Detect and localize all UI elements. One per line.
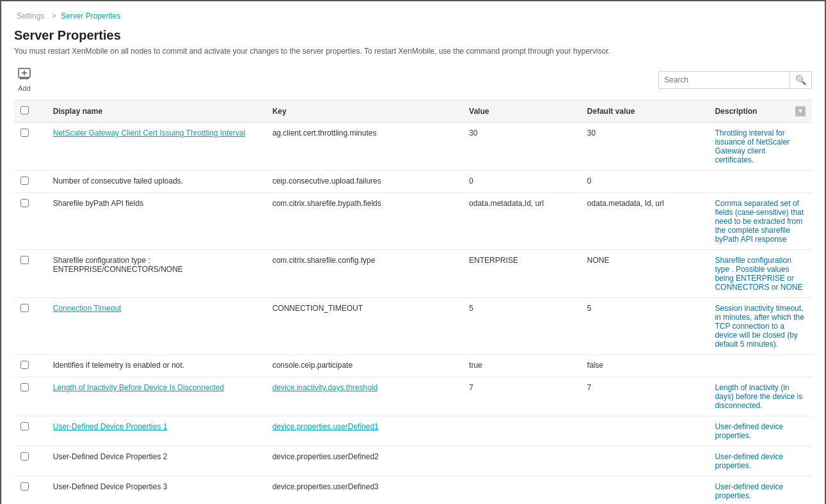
key-value: com.citrix.sharefile.bypath.fields	[273, 199, 381, 208]
default-value-cell: 7	[581, 377, 709, 416]
display-name: Sharefile byPath API fields	[53, 199, 143, 208]
row-checkbox[interactable]	[20, 304, 29, 312]
table-row: Identifies if telemetry is enabled or no…	[14, 355, 812, 377]
table-row: Number of consecutive failed uploads.cei…	[14, 171, 812, 193]
default-value-cell: NONE	[581, 250, 709, 298]
key-value: device.properties.userDefined3	[273, 482, 379, 491]
display-name: Identifies if telemetry is enabled or no…	[53, 361, 184, 370]
default-value-cell: 30	[581, 123, 709, 171]
add-button[interactable]: Add	[14, 65, 35, 95]
description-cell: Throttling interval for issuance of NetS…	[708, 123, 812, 171]
row-checkbox[interactable]	[20, 452, 29, 461]
key-value: ag.client.cert.throttling.minutes	[273, 129, 377, 138]
key-value: device.properties.userDefined2	[273, 452, 379, 461]
description-text: Sharefile configuration type . Possible …	[715, 256, 802, 292]
row-checkbox[interactable]	[20, 383, 29, 391]
search-input[interactable]	[659, 72, 790, 88]
description-cell	[708, 355, 812, 377]
breadcrumb-parent: Settings	[17, 12, 44, 20]
description-cell: Sharefile configuration type . Possible …	[708, 250, 812, 298]
default-value-cell: odata.metadata, Id, url	[581, 193, 709, 250]
table-row: Length of Inactivity Before Device Is Di…	[14, 377, 812, 416]
row-checkbox[interactable]	[20, 482, 29, 491]
page-description: You must restart XenMobile on all nodes …	[14, 47, 812, 56]
key-value: console.ceip.participate	[273, 361, 353, 370]
toolbar: Add 🔍	[14, 65, 812, 95]
row-checkbox[interactable]	[20, 199, 29, 207]
value-cell	[463, 476, 581, 505]
table-row: User-Defined Device Properties 1device.p…	[14, 416, 812, 446]
key-link[interactable]: device.properties.userDefined1	[273, 422, 379, 431]
sort-icon[interactable]: ▼	[795, 106, 806, 116]
description-cell: User-defined device properties.	[708, 476, 812, 505]
breadcrumb: Settings > Server Properties	[14, 12, 812, 20]
row-checkbox[interactable]	[20, 256, 29, 264]
description-text: Session inactivity timeout, in minutes, …	[715, 304, 804, 349]
search-button[interactable]: 🔍	[790, 72, 811, 88]
default-value-cell: false	[581, 355, 709, 377]
breadcrumb-current[interactable]: Server Properties	[61, 12, 120, 20]
default-value-cell	[581, 446, 709, 476]
display-name: User-Defined Device Properties 2	[53, 452, 168, 461]
display-name: User-Defined Device Properties 3	[53, 482, 168, 491]
table-row: User-Defined Device Properties 2device.p…	[14, 446, 812, 476]
value-cell: true	[463, 355, 581, 377]
key-value: ceip.consecutive.upload.failures	[273, 177, 381, 185]
display-name-link[interactable]: NetScaler Gateway Client Cert Issuing Th…	[53, 129, 246, 138]
display-name-link[interactable]: User-Defined Device Properties 1	[53, 422, 168, 431]
description-text: Length of inactivity (in days) before th…	[715, 383, 802, 410]
value-cell: 0	[463, 171, 581, 193]
table-row: Sharefile configuration type : ENTERPRIS…	[14, 250, 812, 298]
th-description: Description ▼	[708, 100, 812, 123]
value-cell: ENTERPRISE	[463, 250, 581, 298]
description-text: User-defined device properties.	[715, 452, 783, 470]
display-name: Number of consecutive failed uploads.	[53, 177, 183, 185]
properties-table: Display name Key Value Default value Des…	[14, 100, 812, 504]
value-cell	[463, 416, 581, 446]
key-value: CONNECTION_TIMEOUT	[273, 304, 363, 313]
value-cell	[463, 446, 581, 476]
th-key: Key	[266, 100, 463, 123]
default-value-cell: 5	[581, 298, 709, 355]
row-checkbox[interactable]	[20, 177, 29, 185]
select-all-checkbox[interactable]	[20, 106, 29, 114]
value-cell: 5	[463, 298, 581, 355]
row-checkbox[interactable]	[20, 129, 29, 137]
search-icon: 🔍	[795, 75, 806, 85]
key-value: com.citrix.sharefile.config.type	[273, 256, 376, 265]
default-value-cell	[581, 416, 709, 446]
description-text: Comma separated set of fields (case-sens…	[715, 199, 804, 244]
table-row: User-Defined Device Properties 3device.p…	[14, 476, 812, 505]
description-text: User-defined device properties.	[715, 422, 783, 440]
add-icon	[18, 67, 31, 83]
description-cell: User-defined device properties.	[708, 416, 812, 446]
th-display-name: Display name	[47, 100, 266, 123]
add-label: Add	[18, 84, 31, 92]
search-box: 🔍	[658, 71, 812, 89]
description-cell: User-defined device properties.	[708, 446, 812, 476]
th-default-value: Default value	[581, 100, 709, 123]
value-cell: 30	[463, 123, 581, 171]
description-text: User-defined device properties.	[715, 482, 783, 500]
value-cell: 7	[463, 377, 581, 416]
default-value-cell	[581, 476, 709, 505]
breadcrumb-separator: >	[52, 12, 56, 20]
description-cell	[708, 171, 812, 193]
th-checkbox	[14, 100, 47, 123]
table-row: Connection TimeoutCONNECTION_TIMEOUT55Se…	[14, 298, 812, 355]
table-row: Sharefile byPath API fieldscom.citrix.sh…	[14, 193, 812, 250]
description-cell: Length of inactivity (in days) before th…	[708, 377, 812, 416]
row-checkbox[interactable]	[20, 361, 29, 369]
page-title: Server Properties	[14, 28, 812, 43]
display-name-link[interactable]: Connection Timeout	[53, 304, 122, 313]
description-cell: Comma separated set of fields (case-sens…	[708, 193, 812, 250]
display-name-link[interactable]: Length of Inactivity Before Device Is Di…	[53, 383, 224, 392]
default-value-cell: 0	[581, 171, 709, 193]
row-checkbox[interactable]	[20, 422, 29, 430]
display-name: Sharefile configuration type : ENTERPRIS…	[53, 256, 183, 274]
th-value: Value	[463, 100, 581, 123]
value-cell: odata.metadata,Id, url	[463, 193, 581, 250]
description-cell: Session inactivity timeout, in minutes, …	[708, 298, 812, 355]
key-link[interactable]: device.inactivity.days.threshold	[273, 383, 378, 392]
table-row: NetScaler Gateway Client Cert Issuing Th…	[14, 123, 812, 171]
